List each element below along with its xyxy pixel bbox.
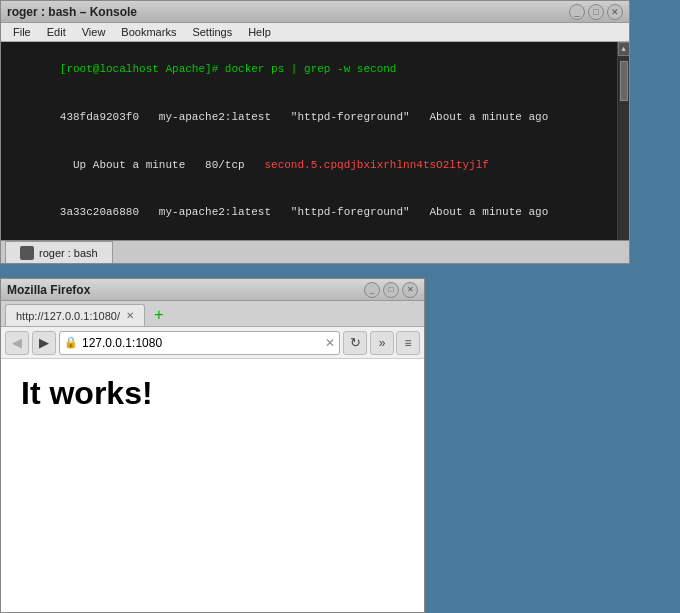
konsole-window: roger : bash – Konsole _ □ ✕ File Edit V…: [0, 0, 630, 260]
firefox-navbar: ◀ ▶ 🔒 ✕ ↻ » ≡: [1, 327, 424, 359]
konsole-tab-label: roger : bash: [39, 247, 98, 259]
firefox-tab-active[interactable]: http://127.0.0.1:1080/ ✕: [5, 304, 145, 326]
ssl-icon: 🔒: [64, 336, 78, 349]
terminal-line-3: Up About a minute 80/tcp second.5.cpqdjb…: [7, 142, 609, 190]
terminal-body: [root@localhost Apache]# docker ps | gre…: [1, 42, 629, 259]
hamburger-menu-button[interactable]: ≡: [396, 331, 420, 355]
new-tab-button[interactable]: +: [148, 304, 170, 326]
konsole-window-controls: _ □ ✕: [569, 4, 623, 20]
scroll-track: [619, 56, 629, 245]
firefox-window: Mozilla Firefox _ □ ✕ http://127.0.0.1:1…: [0, 278, 425, 613]
terminal-line-1: [root@localhost Apache]# docker ps | gre…: [7, 46, 609, 94]
firefox-tab-label: http://127.0.0.1:1080/: [16, 310, 120, 322]
tab-close-icon[interactable]: ✕: [126, 310, 134, 321]
firefox-title: Mozilla Firefox: [7, 283, 90, 297]
terminal-icon: [20, 246, 34, 260]
konsole-titlebar: roger : bash – Konsole _ □ ✕: [1, 1, 629, 23]
terminal-content: [root@localhost Apache]# docker ps | gre…: [7, 46, 623, 259]
page-heading: It works!: [21, 375, 404, 412]
ff-close-button[interactable]: ✕: [402, 282, 418, 298]
firefox-window-controls: _ □ ✕: [364, 282, 418, 298]
konsole-menubar: File Edit View Bookmarks Settings Help: [1, 23, 629, 42]
konsole-tabbar: roger : bash: [0, 240, 630, 264]
ff-minimize-button[interactable]: _: [364, 282, 380, 298]
scroll-up-button[interactable]: ▲: [618, 42, 630, 56]
menu-view[interactable]: View: [74, 24, 114, 40]
clear-address-button[interactable]: ✕: [325, 336, 335, 350]
terminal-scrollbar[interactable]: ▲ ▼: [617, 42, 629, 259]
refresh-button[interactable]: ↻: [343, 331, 367, 355]
menu-file[interactable]: File: [5, 24, 39, 40]
terminal-line-4: 3a33c20a6880 my-apache2:latest "httpd-fo…: [7, 189, 609, 237]
firefox-page-content: It works!: [1, 359, 424, 612]
menu-help[interactable]: Help: [240, 24, 279, 40]
scroll-thumb[interactable]: [620, 61, 628, 101]
firefox-titlebar: Mozilla Firefox _ □ ✕: [1, 279, 424, 301]
menu-bookmarks[interactable]: Bookmarks: [113, 24, 184, 40]
more-pages-button[interactable]: »: [370, 331, 394, 355]
menu-settings[interactable]: Settings: [184, 24, 240, 40]
forward-button[interactable]: ▶: [32, 331, 56, 355]
maximize-button[interactable]: □: [588, 4, 604, 20]
nav-extra-buttons: » ≡: [370, 331, 420, 355]
back-button[interactable]: ◀: [5, 331, 29, 355]
ff-maximize-button[interactable]: □: [383, 282, 399, 298]
firefox-tabbar: http://127.0.0.1:1080/ ✕ +: [1, 301, 424, 327]
close-button[interactable]: ✕: [607, 4, 623, 20]
konsole-title: roger : bash – Konsole: [7, 5, 137, 19]
menu-edit[interactable]: Edit: [39, 24, 74, 40]
address-bar-container: 🔒 ✕: [59, 331, 340, 355]
konsole-tab-bash[interactable]: roger : bash: [5, 241, 113, 263]
minimize-button[interactable]: _: [569, 4, 585, 20]
address-bar-input[interactable]: [82, 336, 321, 350]
terminal-line-2: 438fda9203f0 my-apache2:latest "httpd-fo…: [7, 94, 609, 142]
